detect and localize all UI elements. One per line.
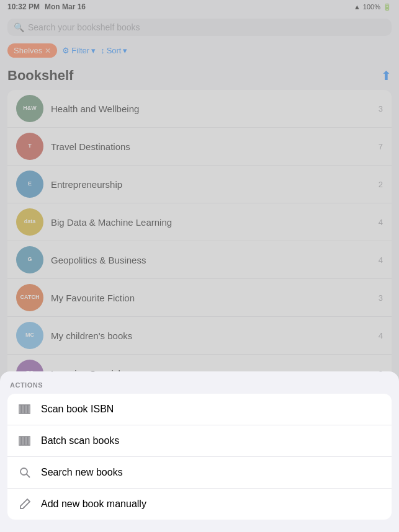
action-label: Scan book ISBN	[41, 404, 114, 415]
action-item-2[interactable]: Batch scan books	[7, 425, 392, 457]
svg-point-14	[20, 468, 27, 475]
svg-rect-4	[25, 405, 27, 414]
barcode-icon	[17, 433, 32, 448]
pencil-icon	[17, 497, 32, 512]
svg-rect-13	[29, 437, 30, 445]
svg-rect-3	[24, 405, 25, 414]
action-item-3[interactable]: Search new books	[7, 457, 392, 489]
search-icon	[17, 465, 32, 480]
svg-rect-6	[29, 405, 30, 414]
action-label: Add new book manually	[41, 499, 146, 510]
svg-rect-0	[19, 405, 20, 414]
svg-rect-10	[24, 437, 25, 445]
svg-line-15	[27, 474, 30, 478]
action-list: Scan book ISBN Batch scan books Search n…	[7, 394, 392, 520]
bottom-sheet: ACTIONS Scan book ISBN Batch scan books …	[0, 371, 399, 532]
action-item-4[interactable]: Add new book manually	[7, 489, 392, 520]
actions-label: ACTIONS	[0, 371, 399, 394]
action-label: Search new books	[41, 467, 123, 478]
barcode-icon	[17, 402, 32, 417]
svg-rect-11	[25, 437, 27, 445]
svg-rect-12	[27, 437, 28, 445]
action-label: Batch scan books	[41, 435, 119, 446]
svg-rect-1	[21, 405, 22, 414]
svg-rect-7	[19, 437, 20, 445]
svg-rect-2	[22, 405, 24, 414]
svg-rect-8	[21, 437, 22, 445]
svg-rect-5	[27, 405, 28, 414]
action-item-1[interactable]: Scan book ISBN	[7, 394, 392, 425]
svg-rect-9	[22, 437, 24, 445]
